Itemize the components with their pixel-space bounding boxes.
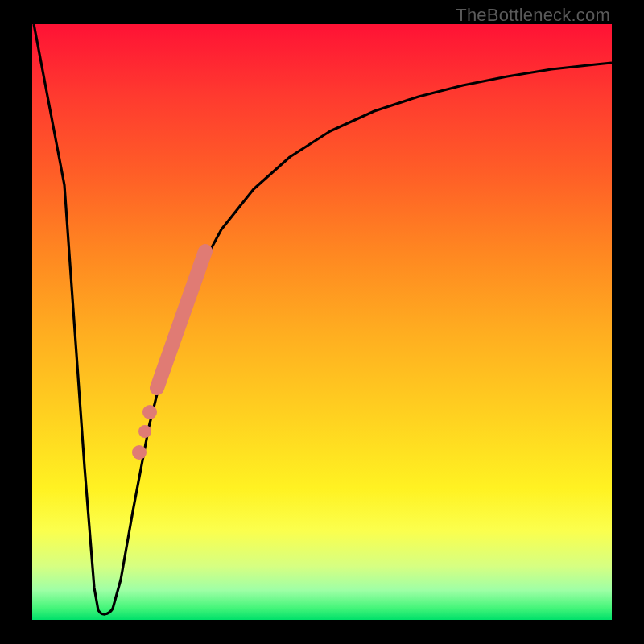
chart-frame: TheBottleneck.com <box>0 0 644 644</box>
watermark-text: TheBottleneck.com <box>456 5 610 26</box>
curve-svg <box>32 24 612 620</box>
highlight-dot-2 <box>138 425 151 438</box>
bottleneck-curve-path <box>34 24 612 614</box>
highlight-dot-1 <box>142 405 157 419</box>
highlight-segment-line <box>157 251 205 388</box>
plot-area <box>32 24 612 620</box>
highlight-dot-3 <box>132 445 147 460</box>
